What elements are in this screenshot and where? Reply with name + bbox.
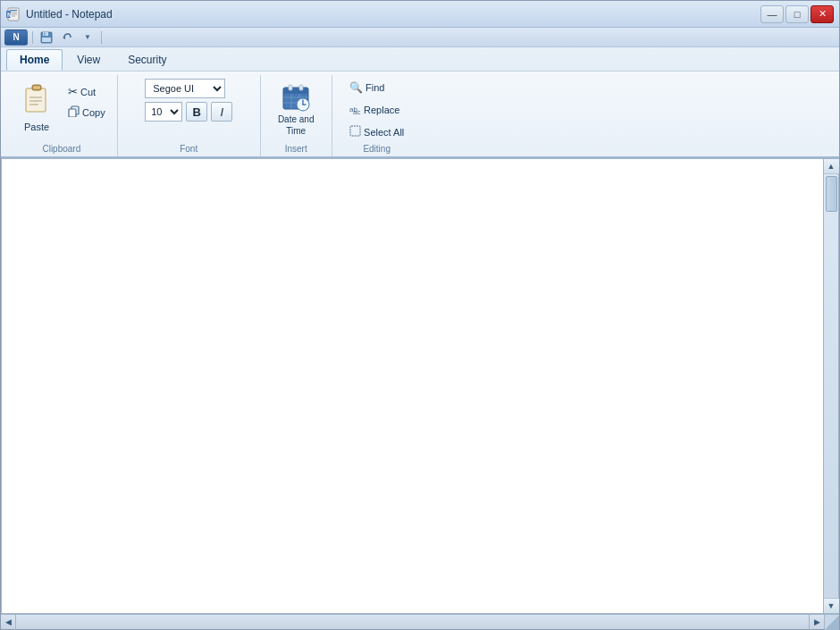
scroll-right-arrow[interactable]: ▶ [809,615,824,630]
quick-undo-button[interactable] [58,29,76,46]
font-name-select[interactable]: Segoe UI Arial Times New Roman [145,79,225,98]
title-bar-controls: — □ ✕ [760,5,834,23]
editing-group: 🔍 Find ab ac Replace [332,75,422,156]
replace-icon: ab ac [349,103,361,116]
paste-button[interactable]: Paste [13,79,60,137]
title-bar: N Untitled - Notepad — □ ✕ [1,1,839,28]
svg-text:N: N [7,12,12,18]
clipboard-group-label: Clipboard [13,141,110,156]
paste-label: Paste [24,122,49,132]
vertical-scrollbar[interactable]: ▲ ▼ [823,159,838,613]
paste-icon [22,83,51,120]
editing-group-label: Editing [340,141,415,156]
tab-view[interactable]: View [63,49,113,71]
select-all-icon [349,125,361,139]
clipboard-group: Paste ✂ Cut [6,75,118,156]
quick-save-button[interactable] [38,29,55,46]
scroll-h-track [16,615,809,629]
clipboard-group-items: Paste ✂ Cut [13,75,110,141]
quick-access-dropdown[interactable]: ▼ [79,29,97,46]
qa-separator-2 [101,31,102,44]
svg-rect-9 [44,32,46,35]
font-size-row: 8 9 10 11 12 14 B I [145,102,232,122]
font-group-label: Font [125,141,253,156]
svg-rect-12 [26,88,46,112]
replace-button[interactable]: ab ac Replace [345,100,408,119]
scroll-left-arrow[interactable]: ◀ [1,615,16,630]
insert-group-items: Date andTime [270,75,323,141]
svg-rect-14 [33,87,40,89]
maximize-button[interactable]: □ [785,5,809,23]
bold-button[interactable]: B [186,102,207,122]
insert-group-label: Insert [268,141,324,156]
close-button[interactable]: ✕ [811,5,834,23]
copy-button[interactable]: Copy [63,103,110,122]
ribbon-tabs: Home View Security [1,47,839,71]
text-editor[interactable] [2,159,823,613]
svg-text:ac: ac [353,108,360,114]
ribbon: Home View Security [1,47,839,158]
scroll-up-arrow[interactable]: ▲ [824,159,839,174]
font-group-items: Segoe UI Arial Times New Roman 8 9 10 11… [145,75,232,141]
quick-access-toolbar: N ▼ [1,28,839,47]
title-bar-left: N Untitled - Notepad [6,7,113,21]
app-menu-button[interactable]: N [4,29,28,46]
calendar-icon [281,83,310,112]
editing-group-items: 🔍 Find ab ac Replace [345,75,408,141]
tab-security[interactable]: Security [114,49,180,71]
svg-rect-27 [299,85,303,90]
find-button[interactable]: 🔍 Find [345,79,408,97]
clipboard-small-buttons: ✂ Cut Copy [63,79,110,122]
font-size-select[interactable]: 8 9 10 11 12 14 [145,102,182,122]
copy-icon [68,105,80,120]
svg-rect-26 [289,85,292,90]
text-area-container: ▲ ▼ [1,158,839,614]
cut-icon: ✂ [68,85,78,98]
select-all-button[interactable]: Select All [345,122,408,141]
svg-rect-10 [42,38,51,42]
ribbon-content: Paste ✂ Cut [1,71,839,156]
notepad-window: N Untitled - Notepad — □ ✕ N [0,0,840,630]
font-group: Segoe UI Arial Times New Roman 8 9 10 11… [118,75,261,156]
scroll-thumb[interactable] [826,176,837,212]
font-name-row: Segoe UI Arial Times New Roman [145,79,232,98]
scroll-down-arrow[interactable]: ▼ [824,598,839,613]
horizontal-scrollbar: ◀ ▶ [1,614,839,629]
date-time-button[interactable]: Date andTime [270,79,323,141]
cut-button[interactable]: ✂ Cut [63,82,110,101]
qa-separator-1 [32,31,33,44]
tab-home[interactable]: Home [6,49,63,71]
resize-grip [824,615,839,630]
app-icon: N [6,7,21,21]
find-icon: 🔍 [349,81,363,94]
svg-rect-19 [69,109,76,117]
date-time-label: Date andTime [278,113,315,137]
insert-group: Date andTime Insert [261,75,332,156]
minimize-button[interactable]: — [760,5,784,23]
svg-rect-33 [350,126,360,136]
window-title: Untitled - Notepad [26,8,113,21]
svg-rect-21 [283,88,308,94]
italic-button[interactable]: I [211,102,232,122]
